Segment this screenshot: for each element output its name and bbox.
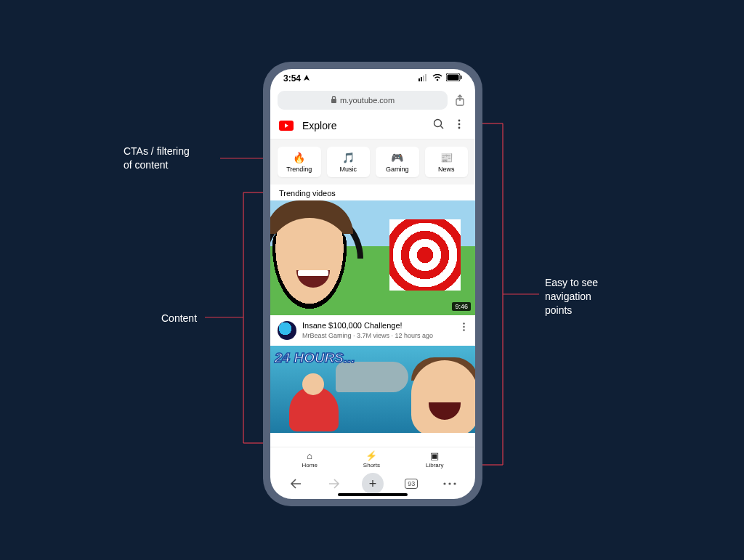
svg-point-28 [449,482,451,484]
search-icon[interactable] [432,118,446,133]
overflow-button[interactable] [439,474,461,493]
more-icon[interactable] [452,119,466,132]
home-icon: ⌂ [307,450,312,461]
svg-rect-15 [448,75,459,81]
video-thumbnail[interactable]: 9:46 [270,200,475,315]
signal-icon [418,73,429,84]
category-row: 🔥 Trending 🎵 Music 🎮 Gaming 📰 News [270,139,475,184]
lock-icon [331,96,337,105]
svg-rect-12 [425,74,426,81]
fire-icon: 🔥 [293,151,305,164]
browser-chrome: m.youtube.com [270,88,475,113]
category-label: Gaming [386,166,409,173]
tab-shorts[interactable]: ⚡ Shorts [363,450,380,468]
url-bar[interactable]: m.youtube.com [278,91,448,110]
annotation-nav: Easy to see navigation points [545,276,598,317]
category-news[interactable]: 📰 News [425,147,469,177]
category-trending[interactable]: 🔥 Trending [278,147,321,177]
tab-home[interactable]: ⌂ Home [302,450,318,468]
svg-point-22 [458,123,461,126]
svg-point-24 [463,322,464,324]
svg-point-21 [458,120,461,122]
statusbar: 3:54 [270,69,475,88]
svg-point-29 [454,482,456,484]
section-title: Trending videos [270,184,475,200]
tab-label: Library [426,462,443,468]
category-label: Trending [286,166,312,173]
category-label: Music [339,166,357,173]
news-icon: 📰 [440,151,453,164]
annotation-content: Content [161,312,197,325]
channel-avatar[interactable] [278,321,296,340]
music-icon: 🎵 [342,151,355,164]
svg-rect-10 [421,77,422,81]
video-thumbnail[interactable]: 24 HOURS... [270,346,475,433]
thumbnail-overlay-text: 24 HOURS... [275,350,355,366]
page-title: Explore [302,120,426,131]
video-more-icon[interactable] [459,321,468,334]
shorts-icon: ⚡ [365,450,377,461]
video-subtitle: MrBeast Gaming · 3.7M views · 12 hours a… [302,332,453,339]
svg-point-27 [444,482,446,484]
tab-label: Home [302,462,318,468]
back-button[interactable] [285,474,307,493]
url-text: m.youtube.com [340,96,395,105]
tabs-button[interactable]: 93 [400,474,422,493]
statusbar-time: 3:54 [283,73,310,84]
phone-frame: 3:54 m.youtube.com [263,62,482,506]
category-gaming[interactable]: 🎮 Gaming [376,147,419,177]
svg-rect-9 [418,78,420,81]
library-icon: ▣ [430,450,439,461]
youtube-logo[interactable] [279,121,294,131]
video-duration: 9:46 [452,302,471,311]
svg-point-25 [463,326,464,328]
svg-point-13 [437,79,439,81]
svg-point-26 [463,329,464,330]
svg-point-19 [434,120,442,127]
tab-label: Shorts [363,462,380,468]
gaming-icon: 🎮 [391,151,403,164]
annotation-cta: CTAs / filtering of content [124,145,190,172]
svg-line-20 [441,126,444,129]
share-button[interactable] [452,91,468,110]
new-tab-button[interactable]: + [362,473,384,495]
tab-library[interactable]: ▣ Library [426,450,443,468]
wifi-icon [432,73,442,84]
youtube-tabbar: ⌂ Home ⚡ Shorts ▣ Library [270,447,475,470]
category-music[interactable]: 🎵 Music [327,147,371,177]
tabs-count: 93 [405,479,418,489]
svg-rect-17 [331,99,336,103]
video-title[interactable]: Insane $100,000 Challenge! [302,321,453,330]
svg-rect-16 [461,76,462,79]
category-label: News [438,166,455,173]
home-indicator [338,493,408,496]
youtube-header: Explore [270,113,475,139]
phone-screen: 3:54 m.youtube.com [270,69,475,499]
video-meta-row: Insane $100,000 Challenge! MrBeast Gamin… [270,315,475,346]
svg-rect-11 [423,76,424,81]
svg-point-23 [458,127,461,129]
battery-icon [446,73,462,84]
forward-button[interactable] [323,474,345,493]
